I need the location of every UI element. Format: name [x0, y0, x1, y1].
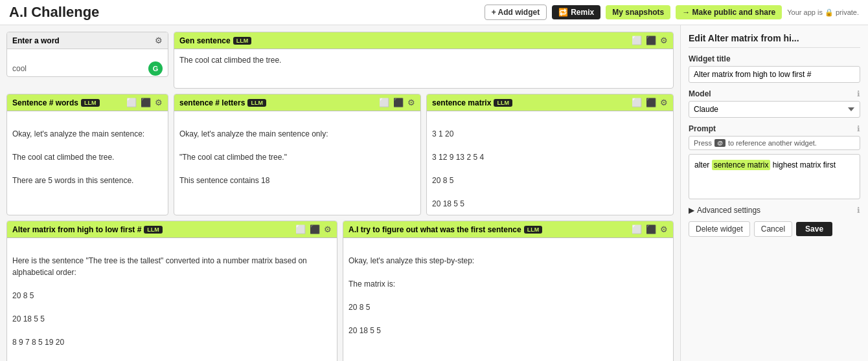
sentence-matrix-header: sentence matrix LLM ⬜ ⬛ ⚙: [427, 94, 673, 111]
sentence-words-header: Sentence # words LLM ⬜ ⬛ ⚙: [7, 94, 168, 111]
sw-export-icon[interactable]: ⬛: [141, 98, 151, 107]
grammarly-icon[interactable]: G: [148, 61, 163, 76]
ai-figure-widget: A.I try to figure out what was the first…: [343, 221, 674, 361]
ai-figure-body: Okay, let's analyze this step-by-step: T…: [343, 238, 673, 342]
sl-copy-icon[interactable]: ⬜: [379, 98, 389, 107]
af-export-icon[interactable]: ⬛: [646, 224, 656, 234]
sentence-words-title: Sentence # words: [12, 98, 78, 107]
ai-figure-icons: ⬜ ⬛ ⚙: [632, 224, 668, 234]
sl-settings-icon[interactable]: ⚙: [407, 98, 415, 107]
alter-matrix-header: Alter matrix from high to low first # LL…: [7, 221, 337, 238]
sentence-words-icons: ⬜ ⬛ ⚙: [126, 98, 163, 107]
alter-matrix-title: Alter matrix from high to low first #: [12, 225, 141, 234]
panel-widget-title-label: Widget title: [689, 54, 860, 63]
remix-button[interactable]: 🔁 Remix: [552, 5, 600, 19]
panel-prompt-label: Prompt: [689, 124, 716, 133]
sentence-matrix-llm: LLM: [494, 99, 512, 107]
hint-rest: to reference another widget.: [728, 139, 817, 147]
ai-figure-llm: LLM: [524, 226, 543, 234]
sentence-letters-body: Okay, let's analyze the main sentence on…: [174, 111, 420, 195]
sentence-words-llm: LLM: [81, 99, 100, 107]
triangle-icon: ▶: [689, 206, 694, 215]
main-area: Enter a word ⚙ cool G Gen sentence LLM ⬜: [0, 25, 868, 361]
input-widget: Enter a word ⚙ cool G: [6, 32, 168, 77]
alter-matrix-llm: LLM: [144, 226, 163, 234]
widget-title-input[interactable]: [689, 66, 860, 83]
sentence-words-title-group: Sentence # words LLM: [12, 98, 100, 107]
model-select[interactable]: Claude: [689, 101, 860, 118]
sw-copy-icon[interactable]: ⬜: [126, 98, 137, 107]
ai-figure-header: A.I try to figure out what was the first…: [343, 221, 673, 238]
sm-export-icon[interactable]: ⬛: [646, 98, 656, 107]
copy-icon[interactable]: ⬜: [632, 36, 642, 45]
alter-matrix-widget: Alter matrix from high to low first # LL…: [6, 221, 337, 361]
settings-icon[interactable]: ⚙: [660, 36, 668, 45]
save-button[interactable]: Save: [796, 222, 832, 236]
sl-export-icon[interactable]: ⬛: [393, 98, 404, 107]
row1: Enter a word ⚙ cool G Gen sentence LLM ⬜: [6, 32, 674, 89]
panel-actions: Delete widget Cancel Save: [689, 221, 860, 237]
alter-matrix-body: Here is the sentence "The tree is the ta…: [7, 238, 337, 361]
app-title: A.I Challenge: [9, 4, 99, 21]
prompt-highlighted-text: sentence matrix: [712, 160, 771, 170]
prompt-info-icon[interactable]: ℹ: [857, 124, 860, 133]
panel-title: Edit Alter matrix from hi...: [689, 33, 860, 48]
sentence-letters-llm: LLM: [247, 99, 266, 107]
sentence-matrix-widget: sentence matrix LLM ⬜ ⬛ ⚙ 3 1 20 3 12 9 …: [426, 94, 674, 215]
export-icon[interactable]: ⬛: [646, 36, 656, 45]
ai-figure-title-group: A.I try to figure out what was the first…: [348, 225, 542, 234]
sw-settings-icon[interactable]: ⚙: [155, 98, 163, 107]
sentence-letters-header: sentence # letters LLM ⬜ ⬛ ⚙: [174, 94, 420, 111]
ai-figure-title: A.I try to figure out what was the first…: [348, 225, 521, 234]
input-widget-body[interactable]: cool G: [7, 49, 168, 77]
add-widget-button[interactable]: + Add widget: [485, 5, 547, 20]
am-export-icon[interactable]: ⬛: [310, 224, 320, 234]
right-panel: Edit Alter matrix from hi... Widget titl…: [680, 25, 868, 361]
gen-sentence-icons: ⬜ ⬛ ⚙: [632, 36, 668, 45]
gen-sentence-title-group: Gen sentence LLM: [179, 36, 251, 45]
delete-widget-button[interactable]: Delete widget: [689, 221, 750, 237]
remix-label: Remix: [571, 8, 594, 17]
prompt-text-area[interactable]: alter sentence matrix highest matrix fir…: [689, 154, 860, 199]
sm-settings-icon[interactable]: ⚙: [660, 98, 668, 107]
af-copy-icon[interactable]: ⬜: [632, 224, 642, 234]
snapshots-button[interactable]: My snapshots: [606, 5, 670, 19]
input-filter-icon[interactable]: ⚙: [155, 36, 163, 45]
am-settings-icon[interactable]: ⚙: [324, 224, 332, 234]
af-settings-icon[interactable]: ⚙: [660, 224, 668, 234]
gen-sentence-title: Gen sentence: [179, 36, 231, 45]
panel-widget-title-section: Widget title: [689, 54, 860, 83]
advanced-settings-label[interactable]: ▶ Advanced settings: [689, 206, 760, 215]
input-value: cool: [12, 63, 27, 74]
canvas: Enter a word ⚙ cool G Gen sentence LLM ⬜: [0, 25, 680, 361]
alter-matrix-icons: ⬜ ⬛ ⚙: [295, 224, 332, 234]
share-button[interactable]: → Make public and share: [676, 5, 782, 19]
top-bar: A.I Challenge + Add widget 🔁 Remix My sn…: [0, 0, 868, 25]
sentence-words-body: Okay, let's analyze the main sentence: T…: [7, 111, 168, 195]
row2: Sentence # words LLM ⬜ ⬛ ⚙ Okay, let's a…: [6, 94, 674, 215]
sentence-matrix-title-group: sentence matrix LLM: [432, 98, 512, 107]
top-bar-right: + Add widget 🔁 Remix My snapshots → Make…: [485, 5, 859, 20]
advanced-settings-text: Advanced settings: [697, 206, 760, 215]
panel-model-label: Model: [689, 89, 711, 98]
sm-copy-icon[interactable]: ⬜: [632, 98, 642, 107]
advanced-info-icon[interactable]: ℹ: [857, 206, 860, 215]
input-widget-title: Enter a word: [12, 36, 60, 45]
press-text: Press: [694, 139, 712, 147]
row3: Alter matrix from high to low first # LL…: [6, 221, 674, 361]
gen-sentence-llm-badge: LLM: [233, 37, 252, 45]
am-copy-icon[interactable]: ⬜: [295, 224, 306, 234]
privacy-note: Your app is 🔒 private.: [787, 8, 859, 17]
gen-sentence-widget: Gen sentence LLM ⬜ ⬛ ⚙ The cool cat clim…: [174, 32, 674, 89]
sentence-words-widget: Sentence # words LLM ⬜ ⬛ ⚙ Okay, let's a…: [6, 94, 168, 215]
sentence-matrix-title: sentence matrix: [432, 98, 491, 107]
panel-prompt-section: Prompt ℹ Press @ to reference another wi…: [689, 124, 860, 199]
input-widget-header: Enter a word ⚙: [7, 32, 168, 49]
model-info-icon[interactable]: ℹ: [857, 89, 860, 98]
gen-sentence-body: The cool cat climbed the tree.: [174, 49, 673, 88]
sentence-letters-icons: ⬜ ⬛ ⚙: [379, 98, 415, 107]
cancel-button[interactable]: Cancel: [754, 221, 792, 237]
panel-prompt-label-row: Prompt ℹ: [689, 124, 860, 133]
advanced-settings-row[interactable]: ▶ Advanced settings ℹ: [689, 206, 860, 215]
prompt-part1: alter: [694, 160, 712, 170]
